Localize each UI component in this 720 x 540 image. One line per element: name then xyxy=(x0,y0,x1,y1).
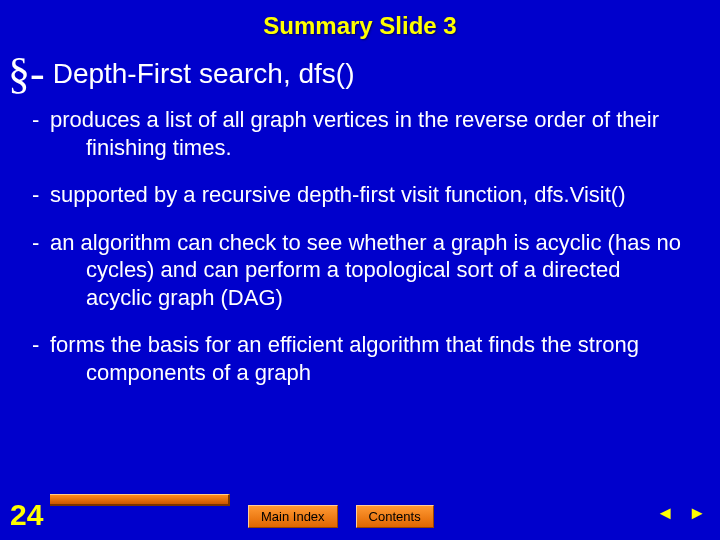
bullet-item: - forms the basis for an efficient algor… xyxy=(32,331,692,386)
nav-buttons: Main Index Contents xyxy=(248,505,434,528)
bullet-dash: - xyxy=(32,229,50,312)
bullet-list: - produces a list of all graph vertices … xyxy=(0,106,720,386)
decorative-bar xyxy=(50,494,230,506)
section-heading: Depth-First search, dfs() xyxy=(53,58,355,90)
contents-button[interactable]: Contents xyxy=(356,505,434,528)
bullet-text: an algorithm can check to see whether a … xyxy=(50,229,692,312)
bullet-text: supported by a recursive depth-first vis… xyxy=(50,181,692,209)
prev-arrow-icon[interactable]: ◄ xyxy=(656,503,674,524)
bullet-dash: - xyxy=(32,331,50,386)
bullet-item: - supported by a recursive depth-first v… xyxy=(32,181,692,209)
bullet-item: - produces a list of all graph vertices … xyxy=(32,106,692,161)
section-marker: §- xyxy=(8,52,45,96)
bullet-text: forms the basis for an efficient algorit… xyxy=(50,331,692,386)
footer: 24 Main Index Contents ◄ ► xyxy=(0,490,720,530)
nav-arrows: ◄ ► xyxy=(656,503,706,524)
next-arrow-icon[interactable]: ► xyxy=(688,503,706,524)
main-index-button[interactable]: Main Index xyxy=(248,505,338,528)
bullet-item: - an algorithm can check to see whether … xyxy=(32,229,692,312)
slide-title: Summary Slide 3 xyxy=(0,0,720,48)
bullet-dash: - xyxy=(32,181,50,209)
bullet-text: produces a list of all graph vertices in… xyxy=(50,106,692,161)
bullet-dash: - xyxy=(32,106,50,161)
section-heading-row: §- Depth-First search, dfs() xyxy=(0,52,720,96)
page-number: 24 xyxy=(10,498,43,532)
